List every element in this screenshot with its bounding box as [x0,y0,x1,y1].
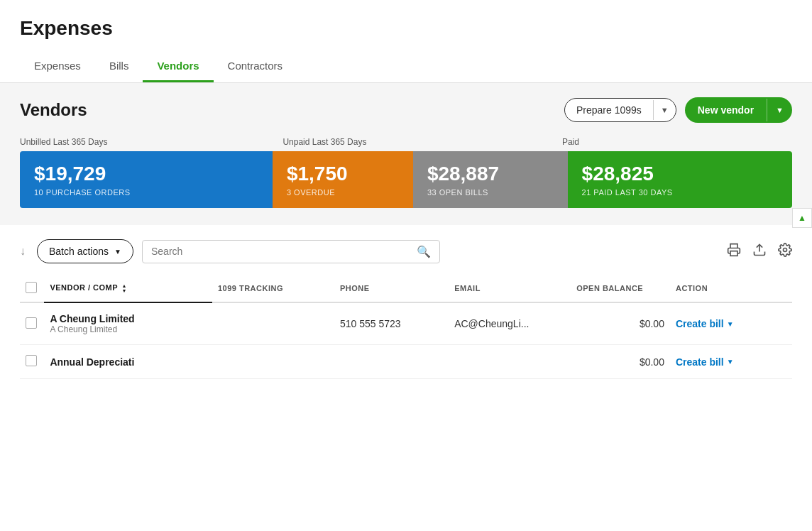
toolbar-right [727,243,792,261]
page-header: Expenses Expenses Bills Vendors Contract… [0,0,812,83]
search-input[interactable] [151,246,417,257]
stat-card-purchase-orders[interactable]: $19,729 10 PURCHASE ORDERS [20,151,273,208]
col-phone-header[interactable]: PHONE [334,275,449,302]
row-1-email: AC@CheungLi... [454,318,529,329]
row-1-email-cell: AC@CheungLi... [449,302,571,345]
vendor-sort-icon: ▲▼ [121,283,126,293]
header-actions: Prepare 1099s ▼ New vendor ▼ [564,97,792,123]
row-1-vendor-company: A Cheung Limited [50,324,207,334]
row-1-balance-cell: $0.00 [571,302,670,345]
select-all-checkbox[interactable] [26,282,37,293]
batch-chevron-icon: ▼ [114,248,121,256]
row-2-phone-cell [334,345,449,379]
new-vendor-label: New vendor [685,97,767,123]
table-header: VENDOR / COMP ▲▼ 1099 TRACKING PHONE EMA… [20,275,792,302]
phone-col-label: PHONE [340,284,370,292]
col-balance-header[interactable]: OPEN BALANCE [571,275,670,302]
batch-actions-label: Batch actions [49,246,109,257]
row-2-vendor-name[interactable]: Annual Depreciati [50,356,207,368]
tab-bar: Expenses Bills Vendors Contractors [20,51,792,82]
print-icon[interactable] [727,243,741,261]
stats-cards: $19,729 10 PURCHASE ORDERS $1,750 3 OVER… [20,151,792,208]
row-2-tracking-cell [212,345,334,379]
row-1-checkbox-cell [20,302,44,345]
stat-sub-open: 33 OPEN BILLS [427,188,554,197]
row-1-tracking-cell [212,302,334,345]
new-vendor-button[interactable]: New vendor ▼ [685,97,792,123]
row-1-create-bill-button[interactable]: Create bill ▼ [676,318,734,329]
stat-amount-overdue: $1,750 [287,163,399,185]
row-1-action-cell: Create bill ▼ [670,302,792,345]
batch-actions-button[interactable]: Batch actions ▼ [37,239,133,263]
vendors-title: Vendors [20,100,87,120]
row-1-vendor-cell: A Cheung Limited A Cheung Limited [44,302,212,345]
paid-label: Paid [562,137,792,147]
stats-labels-row: Unbilled Last 365 Days Unpaid Last 365 D… [20,137,792,147]
new-vendor-chevron-icon[interactable]: ▼ [767,99,792,121]
row-2-email-cell [449,345,571,379]
prepare-chevron-icon[interactable]: ▼ [653,100,676,120]
table-row: A Cheung Limited A Cheung Limited 510 55… [20,302,792,345]
table-row: Annual Depreciati $0.00 Create bi [20,345,792,379]
row-1-create-bill-chevron-icon: ▼ [727,320,734,328]
stat-amount-paid: $28,825 [582,163,778,185]
row-2-checkbox[interactable] [26,355,37,366]
stat-card-open-bills[interactable]: $28,887 33 OPEN BILLS [413,151,568,208]
col-tracking-header[interactable]: 1099 TRACKING [212,275,334,302]
tab-vendors[interactable]: Vendors [143,51,213,82]
row-2-checkbox-cell [20,345,44,379]
sort-icon[interactable]: ↓ [20,245,26,258]
vendors-table: VENDOR / COMP ▲▼ 1099 TRACKING PHONE EMA… [20,275,792,379]
row-2-create-bill-button[interactable]: Create bill ▼ [676,356,734,368]
email-col-label: EMAIL [454,284,481,292]
stat-amount-purchase: $19,729 [34,163,258,185]
list-area: ▲ ↓ Batch actions ▼ 🔍 [0,225,812,393]
action-col-label: ACTION [676,284,708,292]
row-1-checkbox[interactable] [26,317,37,329]
col-vendor-header[interactable]: VENDOR / COMP ▲▼ [44,275,212,302]
row-2-create-bill-label: Create bill [676,356,724,368]
row-2-balance-cell: $0.00 [571,345,670,379]
prepare-1099s-button[interactable]: Prepare 1099s ▼ [564,98,676,122]
scroll-up-button[interactable]: ▲ [792,208,812,228]
tab-contractors[interactable]: Contractors [214,51,297,82]
search-box[interactable]: 🔍 [142,240,440,263]
export-icon[interactable] [752,243,767,261]
vendor-col-label: VENDOR / COMP [50,283,118,292]
unpaid-label: Unpaid Last 365 Days [282,137,562,147]
svg-rect-0 [730,251,737,256]
stat-sub-overdue: 3 OVERDUE [287,188,399,197]
settings-icon[interactable] [778,243,792,261]
tracking-col-label: 1099 TRACKING [218,284,283,292]
svg-point-2 [784,248,787,251]
tab-bills[interactable]: Bills [95,51,143,82]
vendors-header: Vendors Prepare 1099s ▼ New vendor ▼ [20,97,792,123]
row-1-create-bill-label: Create bill [676,318,724,329]
stat-amount-open: $28,887 [427,163,554,185]
stat-sub-paid: 21 PAID LAST 30 DAYS [582,188,778,197]
col-checkbox-header [20,275,44,302]
row-1-vendor-name[interactable]: A Cheung Limited [50,313,207,324]
row-2-action-cell: Create bill ▼ [670,345,792,379]
stat-card-paid[interactable]: $28,825 21 PAID LAST 30 DAYS [568,151,792,208]
table-body: A Cheung Limited A Cheung Limited 510 55… [20,302,792,379]
stat-sub-purchase: 10 PURCHASE ORDERS [34,188,258,197]
stat-card-overdue[interactable]: $1,750 3 OVERDUE [273,151,413,208]
balance-col-label: OPEN BALANCE [576,284,643,292]
row-2-balance: $0.00 [640,356,664,368]
col-action-header: ACTION [670,275,792,302]
col-email-header[interactable]: EMAIL [449,275,571,302]
tab-expenses[interactable]: Expenses [20,51,95,82]
toolbar: ↓ Batch actions ▼ 🔍 [20,239,792,263]
page-title: Expenses [20,17,792,51]
row-1-phone: 510 555 5723 [340,318,401,329]
row-1-balance: $0.00 [640,318,664,329]
stats-section: Vendors Prepare 1099s ▼ New vendor ▼ Unb… [0,83,812,225]
row-2-vendor-cell: Annual Depreciati [44,345,212,379]
row-1-phone-cell: 510 555 5723 [334,302,449,345]
prepare-1099s-label: Prepare 1099s [565,99,653,121]
search-icon: 🔍 [417,245,431,258]
unbilled-label: Unbilled Last 365 Days [20,137,282,147]
row-2-create-bill-chevron-icon: ▼ [727,358,734,366]
